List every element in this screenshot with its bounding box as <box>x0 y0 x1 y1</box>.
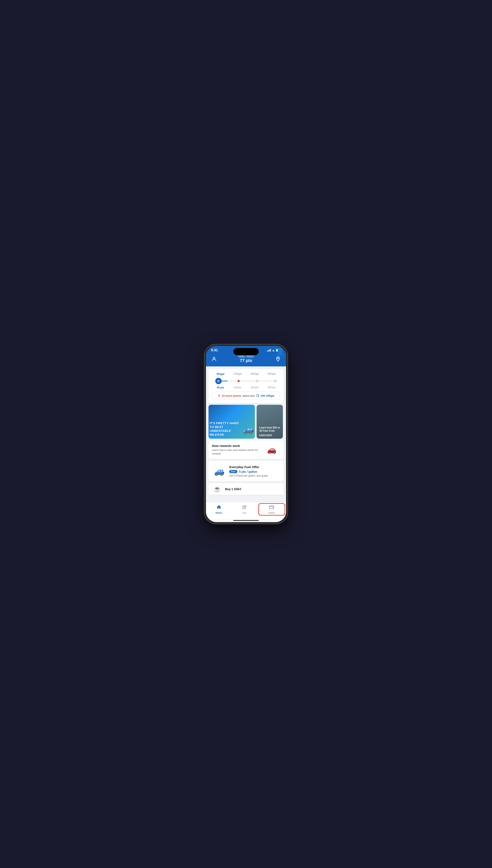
progress-track-wrapper <box>212 377 280 385</box>
content-area[interactable]: 5¢/gal 10¢/gal 25¢/gal 50¢/gal <box>206 366 286 502</box>
progress-pts-labels: 50 pts 100 pts 250 pts 500 pts <box>212 386 280 389</box>
earn-more-suffix: earns you <box>243 394 255 397</box>
how-rewards-image: 🚗 <box>263 443 280 456</box>
car-illustration: 🚙 <box>243 424 254 435</box>
level-2-label: 10¢/gal <box>229 372 246 375</box>
how-rewards-desc: Learn how to earn and redeem points for … <box>212 448 261 455</box>
level-1-label: 5¢/gal <box>212 372 229 375</box>
profile-icon <box>211 356 217 362</box>
nav-home[interactable]: Home <box>206 504 231 515</box>
header-greeting: Hello, Mark! <box>238 355 254 358</box>
pts-2: 100 pts <box>229 386 246 389</box>
promo-card-main[interactable]: 🚙 IT'S PRETTY HARD TO BEAT UNBEATABLE MI… <box>208 405 255 439</box>
earn-more-banner: ⬆ 23 more points earns you 10¢ off/gal <box>212 392 280 400</box>
status-time: 9:41 <box>211 348 218 352</box>
partial-title: Buy 1 Silk® <box>225 488 241 491</box>
header-points: 77 pts <box>238 358 254 363</box>
offer-text: Everyday Fuel Offer Earn 5 pts / gallon … <box>229 465 280 477</box>
promo-secondary-text: Learn how 55¢ or 45 Fuel Cred <box>259 426 280 433</box>
svg-rect-2 <box>217 380 220 382</box>
promo-row: 🚙 IT'S PRETTY HARD TO BEAT UNBEATABLE MI… <box>208 405 284 439</box>
wifi-icon: ▲ <box>272 349 275 352</box>
partial-card: ☕ Buy 1 Silk® <box>208 483 284 495</box>
pay-icon <box>242 504 247 511</box>
earn-badge: Earn <box>229 470 237 473</box>
nav-wallet-label: Wallet <box>268 512 275 514</box>
pts-4: 500 pts <box>263 386 280 389</box>
wallet-icon <box>269 504 274 511</box>
svg-point-6 <box>272 507 273 508</box>
node-2 <box>238 380 240 382</box>
promo-card-secondary[interactable]: 👤 Learn how 55¢ or 45 Fuel Cred Learn mo… <box>256 405 283 439</box>
fuel-offer-image: 🚙 <box>212 464 227 478</box>
svg-rect-3 <box>256 395 258 397</box>
home-icon <box>216 504 221 511</box>
svg-point-1 <box>277 358 278 359</box>
node-3 <box>256 380 258 382</box>
svg-point-0 <box>213 357 215 359</box>
everyday-fuel-card[interactable]: 🚙 Everyday Fuel Offer Earn 5 pts / gallo… <box>208 461 284 481</box>
phone-frame: 9:41 ▲ <box>205 345 287 523</box>
pts-3: 250 pts <box>246 386 263 389</box>
node-1-active <box>215 378 222 384</box>
progress-nodes <box>215 378 277 384</box>
promo-learn-more[interactable]: Learn more <box>259 433 280 436</box>
home-indicator <box>206 519 286 522</box>
level-4-label: 50¢/gal <box>263 372 280 375</box>
offer-pts: 5 pts / gallon <box>239 470 257 473</box>
fuel-icon-small <box>256 394 260 397</box>
nav-pay-label: Pay <box>243 512 247 514</box>
points-progress-card: 5¢/gal 10¢/gal 25¢/gal 50¢/gal <box>208 369 284 403</box>
offer-badge-row: Earn 5 pts / gallon <box>229 470 280 473</box>
header-center: Hello, Mark! 77 pts <box>238 355 254 363</box>
promo-main-text: IT'S PRETTY HARD TO BEAT UNBEATABLE MILE… <box>210 421 243 437</box>
how-rewards-title: How rewards work <box>212 444 261 448</box>
dynamic-island <box>233 348 259 355</box>
bottom-nav: Home Pay <box>206 502 286 519</box>
signal-icon <box>267 349 271 352</box>
earn-more-pts: 23 more points <box>222 394 241 397</box>
node-4 <box>274 380 277 382</box>
profile-button[interactable] <box>210 355 218 363</box>
home-bar <box>233 520 259 521</box>
how-rewards-text: How rewards work Learn how to earn and r… <box>212 444 261 455</box>
nav-home-label: Home <box>216 512 222 514</box>
nav-wallet[interactable]: Wallet <box>258 503 285 516</box>
how-rewards-card[interactable]: How rewards work Learn how to earn and r… <box>208 440 284 459</box>
offer-desc: Get 5 Points per gallon, any grade <box>229 474 280 477</box>
location-icon <box>275 356 281 362</box>
pts-1: 50 pts <box>212 386 229 389</box>
location-button[interactable] <box>274 355 282 363</box>
nav-pay[interactable]: Pay <box>231 504 257 515</box>
partial-image: ☕ <box>212 485 222 493</box>
progress-labels: 5¢/gal 10¢/gal 25¢/gal 50¢/gal <box>212 372 280 375</box>
svg-rect-5 <box>270 506 274 509</box>
phone-screen: 9:41 ▲ <box>206 346 286 522</box>
earn-more-reward: 10¢ off/gal <box>261 394 274 397</box>
level-3-label: 25¢/gal <box>246 372 263 375</box>
offer-title: Everyday Fuel Offer <box>229 465 280 469</box>
app-header: Hello, Mark! 77 pts <box>206 353 286 366</box>
